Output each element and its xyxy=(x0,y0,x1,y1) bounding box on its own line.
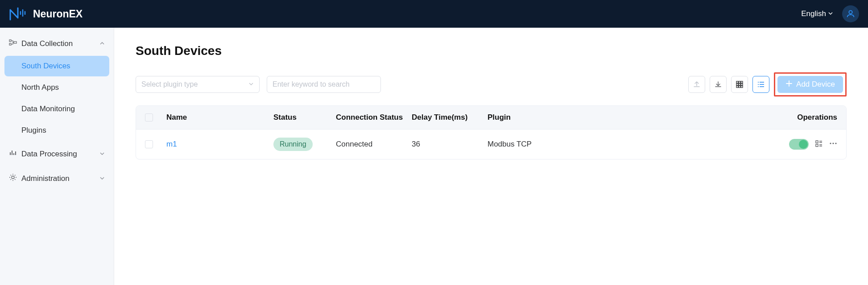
user-icon xyxy=(846,9,856,19)
svg-point-23 xyxy=(758,84,759,85)
language-label: English xyxy=(801,9,826,18)
chevron-down-icon xyxy=(99,175,105,183)
list-icon xyxy=(757,80,765,88)
sidebar-section-administration: Administration xyxy=(4,167,109,190)
sidebar-section-title-dc: Data Collection xyxy=(9,38,73,49)
svg-rect-4 xyxy=(9,40,11,42)
sidebar-section-title-dp: Data Processing xyxy=(9,149,77,159)
column-header-delay: Delay Time(ms) xyxy=(412,113,488,122)
page-title: South Devices xyxy=(136,44,847,58)
svg-point-33 xyxy=(830,142,831,144)
app-header: NeuronEX English xyxy=(0,0,868,28)
language-selector[interactable]: English xyxy=(801,9,833,18)
header-checkbox-col xyxy=(145,113,166,122)
select-all-checkbox[interactable] xyxy=(145,113,153,122)
select-placeholder: Select plugin type xyxy=(141,80,198,88)
device-link[interactable]: m1 xyxy=(166,140,177,148)
sidebar-item-south-devices[interactable]: South Devices xyxy=(4,56,109,76)
svg-rect-19 xyxy=(739,86,740,88)
row-checkbox[interactable] xyxy=(145,140,153,148)
header-left: NeuronEX xyxy=(9,7,83,21)
table-row: m1 Running Connected 36 Modbus TCP xyxy=(136,129,846,159)
add-device-label: Add Device xyxy=(796,80,835,89)
svg-point-11 xyxy=(12,176,14,179)
device-delay-cell: 36 xyxy=(412,140,488,149)
svg-point-21 xyxy=(758,82,759,83)
chevron-down-icon xyxy=(248,80,254,88)
more-icon[interactable] xyxy=(829,139,837,150)
device-name-cell: m1 xyxy=(166,140,273,149)
svg-rect-12 xyxy=(736,81,738,83)
chevron-down-icon xyxy=(99,150,105,158)
sidebar-section-data-collection: Data Collection South Devices North Apps… xyxy=(4,32,109,141)
devices-table: Name Status Connection Status Delay Time… xyxy=(136,105,847,159)
user-avatar[interactable] xyxy=(842,5,859,22)
app-title: NeuronEX xyxy=(33,8,83,20)
row-checkbox-col xyxy=(145,140,166,148)
column-header-plugin: Plugin xyxy=(488,113,766,122)
add-device-button[interactable]: Add Device xyxy=(777,76,843,93)
chevron-up-icon xyxy=(99,40,105,48)
settings-icon[interactable] xyxy=(815,139,823,150)
svg-point-25 xyxy=(758,86,759,87)
gear-icon xyxy=(9,173,17,184)
toolbar-right: Add Device xyxy=(688,72,847,96)
svg-point-34 xyxy=(832,142,834,144)
device-operations-cell xyxy=(766,139,837,150)
download-icon xyxy=(714,80,722,88)
toolbar-left: Select plugin type xyxy=(136,76,381,93)
column-header-name: Name xyxy=(166,113,273,122)
svg-rect-14 xyxy=(741,81,743,83)
upload-icon xyxy=(693,80,701,88)
search-input[interactable] xyxy=(267,76,381,93)
sidebar-item-plugins[interactable]: Plugins xyxy=(4,120,109,141)
device-plugin-cell: Modbus TCP xyxy=(488,140,766,149)
svg-rect-6 xyxy=(14,42,17,43)
upload-button[interactable] xyxy=(688,76,705,93)
download-button[interactable] xyxy=(710,76,727,93)
device-connection-cell: Connected xyxy=(336,140,412,149)
svg-rect-15 xyxy=(736,84,738,85)
svg-rect-18 xyxy=(736,86,738,88)
chevron-down-icon xyxy=(828,9,833,18)
sidebar-section-title-admin: Administration xyxy=(9,173,70,184)
sidebar-item-north-apps[interactable]: North Apps xyxy=(4,77,109,98)
header-right: English xyxy=(801,5,859,22)
svg-point-3 xyxy=(849,11,852,14)
data-collection-icon xyxy=(9,38,17,49)
svg-point-35 xyxy=(835,142,836,144)
table-header: Name Status Connection Status Delay Time… xyxy=(136,106,846,129)
plus-icon xyxy=(785,80,793,89)
app-logo-icon xyxy=(9,7,27,21)
svg-rect-16 xyxy=(739,84,740,85)
svg-rect-17 xyxy=(741,84,743,85)
plugin-type-select[interactable]: Select plugin type xyxy=(136,76,260,93)
grid-icon xyxy=(736,80,744,88)
svg-rect-5 xyxy=(9,43,11,45)
svg-rect-13 xyxy=(739,81,740,83)
svg-rect-20 xyxy=(741,86,743,88)
column-header-connection: Connection Status xyxy=(336,113,412,122)
device-toggle[interactable] xyxy=(789,139,809,150)
sidebar: Data Collection South Devices North Apps… xyxy=(0,28,114,285)
sidebar-header-administration[interactable]: Administration xyxy=(4,167,109,190)
svg-rect-30 xyxy=(816,144,818,147)
sidebar-header-data-collection[interactable]: Data Collection xyxy=(4,32,109,55)
data-processing-icon xyxy=(9,149,17,159)
add-device-highlight: Add Device xyxy=(774,72,847,96)
sidebar-item-data-monitoring[interactable]: Data Monitoring xyxy=(4,99,109,119)
column-header-status: Status xyxy=(273,113,336,122)
main-content: South Devices Select plugin type xyxy=(114,28,868,285)
device-status-cell: Running xyxy=(273,138,336,151)
sidebar-header-data-processing[interactable]: Data Processing xyxy=(4,142,109,165)
main-container: Data Collection South Devices North Apps… xyxy=(0,28,868,285)
svg-rect-27 xyxy=(816,141,818,143)
grid-view-button[interactable] xyxy=(731,76,748,93)
status-badge: Running xyxy=(273,138,313,151)
toolbar: Select plugin type xyxy=(136,72,847,96)
list-view-button[interactable] xyxy=(752,76,769,93)
column-header-operations: Operations xyxy=(766,113,837,122)
sidebar-section-data-processing: Data Processing xyxy=(4,142,109,165)
